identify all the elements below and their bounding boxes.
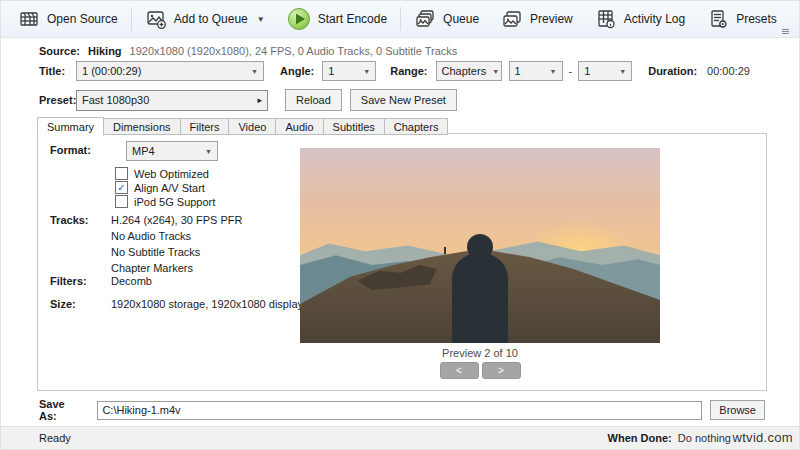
range-separator: - [569, 65, 573, 77]
person-silhouette [452, 253, 508, 343]
chevron-down-icon: ▼ [492, 68, 499, 75]
activity-log-icon [595, 8, 617, 30]
track-item: Chapter Markers [111, 262, 242, 274]
save-as-label: Save As: [39, 398, 84, 422]
status-text: Ready [39, 432, 71, 444]
toolbar-separator [131, 7, 132, 31]
format-select[interactable]: MP4▼ [126, 141, 218, 161]
activity-log-label: Activity Log [624, 12, 685, 26]
save-as-input[interactable] [97, 401, 702, 420]
filters-label: Filters: [50, 275, 87, 287]
preview-image[interactable] [300, 148, 660, 343]
tab-strip: Summary Dimensions Filters Video Audio S… [37, 117, 448, 135]
size-value: 1920x1080 storage, 1920x1080 display [111, 298, 303, 310]
checkbox-icon[interactable] [115, 195, 128, 208]
source-row: Source: Hiking 1920x1080 (1920x1080), 24… [39, 45, 457, 57]
tab-dimensions[interactable]: Dimensions [104, 118, 180, 135]
angle-select[interactable]: 1▼ [322, 61, 376, 81]
reload-button[interactable]: Reload [285, 89, 342, 111]
preview-icon [501, 8, 523, 30]
ipod-5g-support-label: iPod 5G Support [134, 196, 215, 208]
tab-summary[interactable]: Summary [37, 117, 104, 136]
range-start-select[interactable]: 1▼ [509, 61, 563, 81]
when-done: When Done: Do nothing [608, 432, 731, 444]
start-encode-button[interactable]: Start Encode [276, 1, 398, 38]
start-encode-label: Start Encode [318, 12, 387, 26]
add-to-queue-button[interactable]: Add to Queue ▼ [134, 1, 276, 38]
preset-dropdown[interactable]: Fast 1080p30 ▸ [76, 90, 268, 111]
size-label: Size: [50, 298, 76, 310]
presets-label: Presets [736, 12, 777, 26]
source-label: Source: [39, 45, 80, 57]
open-source-button[interactable]: Open Source [7, 1, 129, 38]
tracks-list: H.264 (x264), 30 FPS PFR No Audio Tracks… [111, 214, 242, 274]
checkbox-icon[interactable] [115, 167, 128, 180]
when-done-value[interactable]: Do nothing [678, 432, 731, 444]
add-to-queue-label: Add to Queue [174, 12, 248, 26]
add-to-queue-icon [145, 8, 167, 30]
tracks-label: Tracks: [50, 214, 89, 226]
cairn-marker [444, 247, 446, 254]
format-label: Format: [50, 144, 91, 156]
status-bar: Ready When Done: Do nothing [1, 426, 799, 449]
tab-video[interactable]: Video [229, 118, 276, 135]
activity-log-button[interactable]: Activity Log [584, 1, 696, 38]
queue-label: Queue [443, 12, 479, 26]
watermark-text: wtvid.com [733, 430, 794, 445]
preview-caption: Preview 2 of 10 [300, 347, 660, 359]
preset-row: Preset: Fast 1080p30 ▸ Reload Save New P… [39, 89, 457, 111]
web-optimized-label: Web Optimized [134, 168, 209, 180]
preview-nav: < > [300, 362, 660, 379]
tab-filters[interactable]: Filters [181, 118, 230, 135]
chevron-down-icon: ▼ [363, 68, 370, 75]
save-new-preset-button[interactable]: Save New Preset [350, 89, 457, 111]
chevron-down-icon: ▼ [251, 68, 258, 75]
preview-next-button[interactable]: > [482, 362, 521, 379]
preset-label: Preset: [39, 94, 76, 106]
chevron-down-icon: ▼ [619, 68, 626, 75]
person-head [467, 234, 493, 260]
chevron-down-icon: ▼ [205, 148, 212, 155]
range-end-select[interactable]: 1▼ [578, 61, 632, 81]
start-encode-play-icon [287, 7, 311, 31]
align-av-start-checkbox-row[interactable]: ✓ Align A/V Start [115, 181, 205, 194]
source-name: Hiking [88, 45, 122, 57]
range-type-select[interactable]: Chapters▼ [436, 61, 502, 81]
duration-label: Duration: [648, 65, 697, 77]
track-item: No Audio Tracks [111, 230, 242, 242]
ipod-5g-support-checkbox-row[interactable]: iPod 5G Support [115, 195, 215, 208]
tab-audio[interactable]: Audio [276, 118, 323, 135]
web-optimized-checkbox-row[interactable]: Web Optimized [115, 167, 209, 180]
align-av-start-label: Align A/V Start [134, 182, 205, 194]
preview-button[interactable]: Preview [490, 1, 584, 38]
track-item: No Subtitle Tracks [111, 246, 242, 258]
track-item: H.264 (x264), 30 FPS PFR [111, 214, 242, 226]
browse-button[interactable]: Browse [710, 400, 765, 420]
preview-prev-button[interactable]: < [440, 362, 479, 379]
handbrake-window: Open Source Add to Queue ▼ [0, 0, 800, 450]
toolbar-overflow-icon[interactable] [782, 29, 789, 34]
summary-panel: Format: MP4▼ Web Optimized ✓ Align A/V S… [37, 133, 767, 391]
toolbar-separator [400, 7, 401, 31]
checkbox-icon[interactable]: ✓ [115, 181, 128, 194]
clapperboard-icon [18, 8, 40, 30]
chevron-down-icon: ▼ [550, 68, 557, 75]
queue-icon [414, 8, 436, 30]
expander-arrow-icon: ▸ [257, 95, 262, 105]
title-select[interactable]: 1 (00:00:29)▼ [76, 61, 264, 81]
preview-label: Preview [530, 12, 573, 26]
when-done-label: When Done: [608, 432, 672, 444]
tab-chapters[interactable]: Chapters [385, 118, 449, 135]
title-row: Title: 1 (00:00:29)▼ Angle: 1▼ Range: Ch… [39, 61, 750, 81]
duration-value: 00:00:29 [707, 65, 750, 77]
toolbar: Open Source Add to Queue ▼ [1, 1, 799, 38]
title-label: Title: [39, 65, 76, 77]
chevron-down-icon[interactable]: ▼ [257, 15, 265, 24]
save-as-row: Save As: Browse [39, 398, 765, 422]
open-source-label: Open Source [47, 12, 118, 26]
tab-subtitles[interactable]: Subtitles [324, 118, 385, 135]
range-label: Range: [390, 65, 427, 77]
queue-button[interactable]: Queue [403, 1, 490, 38]
angle-label: Angle: [280, 65, 314, 77]
presets-button[interactable]: Presets [696, 1, 788, 38]
